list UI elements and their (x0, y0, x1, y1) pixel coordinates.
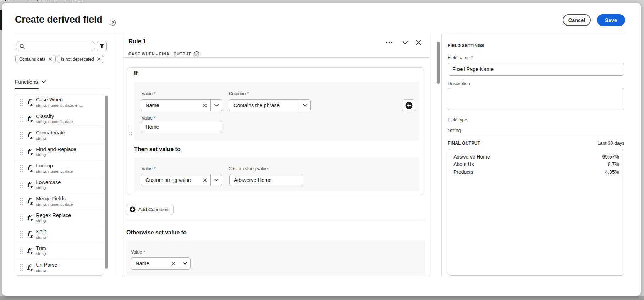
if-heading: If (134, 70, 138, 77)
rule-close-button[interactable] (414, 38, 423, 46)
function-types: string (36, 268, 57, 273)
phrase-value-input[interactable] (141, 121, 222, 133)
functions-tab-indicator (15, 88, 39, 89)
function-list-item[interactable]: Trim string (16, 243, 103, 260)
function-list-item[interactable]: Case When string, numeric, date, en... (16, 94, 103, 111)
function-list-item[interactable]: Merge Fields string, numeric, date (16, 193, 103, 210)
function-list-item[interactable]: Lowercase string (16, 177, 103, 194)
function-types: string, numeric, date (36, 120, 73, 124)
clear-icon[interactable] (171, 262, 175, 266)
otherwise-heading: Otherwise set value to (126, 229, 187, 236)
function-list-item[interactable]: Split string (16, 226, 103, 243)
custom-string-input[interactable] (229, 174, 303, 186)
then-heading: Then set value to (134, 146, 181, 152)
if-value-label: Value (142, 91, 153, 96)
add-condition-label: Add Condition (138, 207, 169, 212)
phrase-value-label: Value (142, 116, 153, 121)
function-types: string (36, 185, 61, 190)
fx-icon (27, 131, 32, 140)
then-value-selected: Custom string value (145, 177, 200, 183)
drag-handle-icon[interactable] (20, 115, 23, 123)
title-help-icon[interactable] (110, 20, 116, 26)
remove-chip-icon[interactable] (49, 57, 52, 61)
more-icon (386, 42, 392, 43)
clear-icon[interactable] (203, 178, 207, 182)
functions-section-toggle[interactable]: Functions (15, 79, 46, 85)
custom-string-label: Custom string value (229, 166, 268, 171)
rule-collapse-button[interactable] (401, 38, 409, 47)
page-title: Create derived field (15, 14, 103, 25)
final-output-rows: Adswerve Home 69.57% About Us 8.7% Produ… (448, 149, 624, 276)
chevron-down-icon[interactable] (179, 258, 190, 269)
top-menu-item[interactable]: Configure (0, 0, 14, 1)
background-bottom-band (0, 296, 644, 300)
search-input[interactable] (27, 44, 87, 49)
function-name: Case When (36, 97, 83, 103)
funnel-icon (99, 44, 104, 49)
drag-handle-icon[interactable] (20, 247, 23, 255)
condition-drag-handle[interactable] (129, 125, 133, 135)
fx-icon (27, 180, 32, 189)
drag-handle-icon[interactable] (20, 148, 23, 156)
drag-handle-icon[interactable] (20, 99, 23, 106)
chevron-down-icon[interactable] (210, 100, 222, 111)
function-list-item[interactable]: Concatenate string (16, 127, 103, 144)
fx-icon (27, 230, 32, 239)
required-asterisk (247, 91, 249, 96)
function-name: Merge Fields (36, 196, 73, 202)
functions-list: Case When string, numeric, date, en... C… (16, 94, 103, 276)
drag-handle-icon[interactable] (20, 263, 23, 271)
top-menu-item[interactable]: Settings (64, 0, 84, 1)
function-list-item[interactable]: Url Parse string (16, 259, 103, 276)
drag-handle-icon[interactable] (20, 132, 23, 139)
functions-section-label: Functions (15, 79, 38, 85)
drag-handle-icon[interactable] (20, 214, 23, 222)
then-value-combobox[interactable]: Custom string value (141, 174, 222, 186)
filter-chip-label: Is not deprecated (61, 57, 94, 62)
plus-circle-icon (405, 102, 413, 109)
output-name: About Us (453, 161, 474, 167)
save-button[interactable]: Save (597, 14, 625, 26)
final-output-range: Last 30 days (554, 140, 624, 146)
drag-handle-icon[interactable] (20, 230, 23, 238)
drag-handle-icon[interactable] (20, 198, 23, 205)
drag-handle-icon[interactable] (20, 181, 23, 189)
rule-more-button[interactable] (385, 38, 393, 47)
criterion-select[interactable]: Contains the phrase (229, 99, 311, 111)
remove-chip-icon[interactable] (97, 57, 100, 61)
field-type-value: String (448, 128, 461, 133)
fx-icon (27, 98, 32, 107)
fx-icon (27, 197, 32, 206)
fx-icon (27, 115, 32, 123)
function-list-item[interactable]: Classify string, numeric, date (16, 111, 103, 128)
add-condition-button[interactable]: Add Condition (126, 204, 174, 215)
functions-list-scrollbar[interactable] (105, 96, 108, 269)
field-name-input[interactable] (448, 63, 624, 76)
otherwise-value-label: Value (131, 250, 142, 255)
function-types: string, numeric, date (36, 169, 73, 174)
rule-panel-scrollbar[interactable] (437, 42, 440, 84)
filter-button[interactable] (97, 41, 107, 51)
function-search-box[interactable] (16, 41, 95, 51)
top-menu-item[interactable]: Components (26, 0, 57, 1)
cancel-button[interactable]: Cancel (563, 14, 591, 26)
function-name: Split (36, 229, 46, 235)
filter-chip-not-deprecated[interactable]: Is not deprecated (57, 55, 104, 63)
function-list-item[interactable]: Find and Replace string (16, 144, 103, 161)
drag-handle-icon[interactable] (20, 165, 23, 172)
criterion-selected: Contains the phrase (233, 102, 296, 108)
otherwise-value-combobox[interactable]: Name (131, 257, 191, 270)
function-name: Trim (36, 245, 46, 251)
function-list-item[interactable]: Regex Replace string (16, 210, 103, 227)
if-value-combobox[interactable]: Name (141, 99, 222, 111)
clear-icon[interactable] (203, 104, 207, 107)
description-textarea[interactable] (448, 88, 624, 110)
fx-icon (27, 263, 32, 272)
rule-help-icon[interactable] (194, 51, 199, 56)
chevron-down-icon[interactable] (299, 100, 310, 111)
add-criteria-button[interactable] (402, 99, 415, 111)
filter-chip-contains-data[interactable]: Contains data (15, 55, 56, 63)
fx-icon (27, 213, 32, 222)
chevron-down-icon[interactable] (210, 174, 222, 186)
function-list-item[interactable]: Lookup string, numeric, date (16, 160, 103, 177)
